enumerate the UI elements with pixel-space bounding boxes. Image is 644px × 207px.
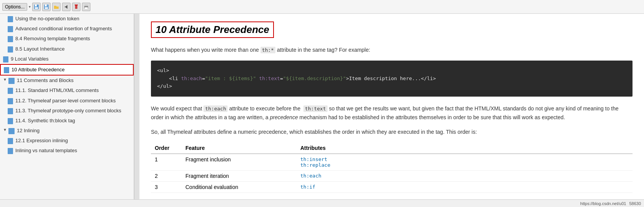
th-text-code: th:text: [303, 105, 328, 112]
sidebar-item-label: 11.2. Thymeleaf parser-level comment blo…: [15, 97, 116, 104]
book-icon: [8, 78, 15, 84]
delete-icon-btn[interactable]: [72, 3, 80, 11]
precedence-table: Order Feature Attributes 1 Fragment incl…: [151, 143, 633, 193]
order-3: 3: [151, 181, 182, 192]
sidebar-item-label: 12.1 Expression inlining: [15, 137, 68, 144]
code-line2-end: >Item description here...</li>: [346, 76, 436, 81]
sidebar-item-comments-blocks[interactable]: ▼ 11 Comments and Blocks: [0, 76, 134, 85]
attrs-2: th:each: [297, 170, 633, 181]
th-star-code: th:*: [261, 47, 275, 53]
sidebar-item-local-variables[interactable]: 9 Local Variables: [0, 54, 134, 64]
print-icon-btn[interactable]: [82, 3, 90, 11]
sidebar-item-label: 9 Local Variables: [11, 56, 49, 62]
svg-rect-8: [65, 7, 66, 7]
table-row: 2 Fragment iteration th:each: [151, 170, 633, 181]
page-icon: [3, 56, 8, 62]
attr-replace: th:replace: [300, 162, 629, 168]
code-line3: </ul>: [157, 83, 172, 89]
code-attr1-name: th:each: [181, 76, 202, 81]
col-feature-header: Feature: [182, 143, 297, 154]
svg-rect-5: [45, 7, 48, 9]
page-icon: [8, 16, 13, 22]
table-row: 1 Fragment inclusion th:insert th:replac…: [151, 154, 633, 171]
table-row: 3 Conditional evaluation th:if: [151, 181, 633, 192]
main-layout: Using the no-operation token Advanced co…: [0, 14, 644, 199]
open-icon-btn[interactable]: [52, 3, 61, 11]
content-area: 10 Attribute Precedence What happens whe…: [139, 14, 644, 199]
attr-insert: th:insert: [300, 156, 629, 162]
sidebar-item-label: 8.4 Removing template fragments: [15, 35, 90, 42]
sidebar-item-label: Using the no-operation token: [15, 15, 79, 22]
sidebar-item-label: 10 Attribute Precedence: [11, 66, 65, 73]
options-button[interactable]: Options...: [2, 3, 27, 11]
order-1: 1: [151, 154, 182, 171]
code-example-block: <ul> <li th:each="item : ${items}" th:te…: [151, 61, 633, 97]
intro-rest-text: attribute in the same tag? For example:: [277, 47, 370, 53]
th-each-code: th:each: [203, 105, 228, 112]
attrs-3: th:if: [297, 181, 633, 192]
sidebar-scrollbar[interactable]: [134, 14, 139, 199]
code-attr1-val: "item : ${items}": [205, 76, 256, 81]
feature-1: Fragment inclusion: [182, 154, 297, 171]
svg-rect-2: [35, 7, 38, 9]
sidebar-item-parser-level[interactable]: 11.2. Thymeleaf parser-level comment blo…: [0, 96, 134, 106]
book-icon: [8, 128, 15, 134]
sidebar-item-natural-templates[interactable]: Inlining vs natural templates: [0, 146, 134, 156]
page-icon: [8, 118, 13, 124]
page-icon: [8, 138, 13, 144]
code-attr2-name: th:text: [256, 76, 280, 81]
code-line1: <ul>: [157, 67, 169, 73]
sidebar-item-label: 11.1. Standard HTML/XML comments: [15, 87, 99, 94]
feature-3: Conditional evaluation: [182, 181, 297, 192]
code-line2-start: <li: [157, 76, 181, 81]
sidebar-item-removing-fragments[interactable]: 8.4 Removing template fragments: [0, 34, 134, 44]
save-as-icon-btn[interactable]: +: [42, 3, 51, 11]
svg-rect-1: [35, 5, 37, 7]
page-icon: [8, 26, 13, 32]
code-attr2-val: "${item.description}": [283, 76, 346, 81]
statusbar-url: https://blog.csdn.net/u01: [580, 201, 626, 206]
page-icon: [8, 88, 13, 94]
page-title: 10 Attribute Precedence: [151, 21, 274, 38]
svg-rect-13: [85, 7, 88, 9]
save-icon-btn[interactable]: [32, 3, 41, 11]
svg-rect-9: [75, 5, 78, 5]
sidebar-item-layout-inheritance[interactable]: 8.5 Layout Inheritance: [0, 44, 134, 54]
sidebar-item-using-no-op[interactable]: Using the no-operation token: [0, 14, 134, 24]
back-icon-btn[interactable]: [62, 3, 70, 11]
page-icon: [8, 108, 13, 114]
sidebar-item-label: 11.4. Synthetic th:block tag: [15, 117, 75, 124]
intro-paragraph: What happens when you write more than on…: [151, 46, 633, 54]
sidebar-item-label: 11 Comments and Blocks: [17, 77, 74, 84]
sidebar-item-label: Advanced conditional insertion of fragme…: [15, 25, 112, 32]
sidebar-item-synthetic-block[interactable]: 11.4. Synthetic th:block tag: [0, 116, 134, 126]
toolbar-separator: ▾: [29, 5, 31, 9]
intro-text: What happens when you write more than on…: [151, 47, 259, 53]
svg-rect-10: [75, 5, 77, 9]
toolbar: Options... ▾ +: [0, 0, 644, 14]
sidebar-item-inlining[interactable]: ▼ 12 Inlining: [0, 126, 134, 136]
sidebar-item-prototype-only[interactable]: 11.3. Thymeleaf prototype-only comment b…: [0, 106, 134, 116]
svg-rect-4: [45, 5, 47, 7]
attrs-1: th:insert th:replace: [297, 154, 633, 171]
sidebar-item-std-html-comments[interactable]: 11.1. Standard HTML/XML comments: [0, 85, 134, 95]
statusbar-right: 58630: [629, 201, 641, 206]
page-icon: [8, 148, 13, 154]
sidebar: Using the no-operation token Advanced co…: [0, 14, 134, 199]
triangle-icon: ▼: [3, 77, 7, 82]
sidebar-item-label: Inlining vs natural templates: [15, 147, 77, 154]
sidebar-item-advanced-conditional[interactable]: Advanced conditional insertion of fragme…: [0, 24, 134, 34]
sidebar-item-label: 8.5 Layout Inheritance: [15, 46, 65, 53]
sidebar-item-label: 12 Inlining: [17, 127, 39, 134]
sidebar-item-attribute-precedence[interactable]: 10 Attribute Precedence: [0, 64, 134, 76]
order-2: 2: [151, 170, 182, 181]
svg-text:+: +: [47, 5, 49, 7]
sidebar-item-expression-inlining[interactable]: 12.1 Expression inlining: [0, 136, 134, 146]
para1: We would expect that th:each attribute t…: [151, 104, 633, 122]
col-order-header: Order: [151, 143, 182, 154]
precedence-italic: precedence: [270, 114, 298, 120]
page-icon: [4, 67, 9, 73]
svg-rect-12: [85, 5, 88, 6]
page-icon: [8, 36, 13, 42]
page-icon: [8, 98, 13, 104]
